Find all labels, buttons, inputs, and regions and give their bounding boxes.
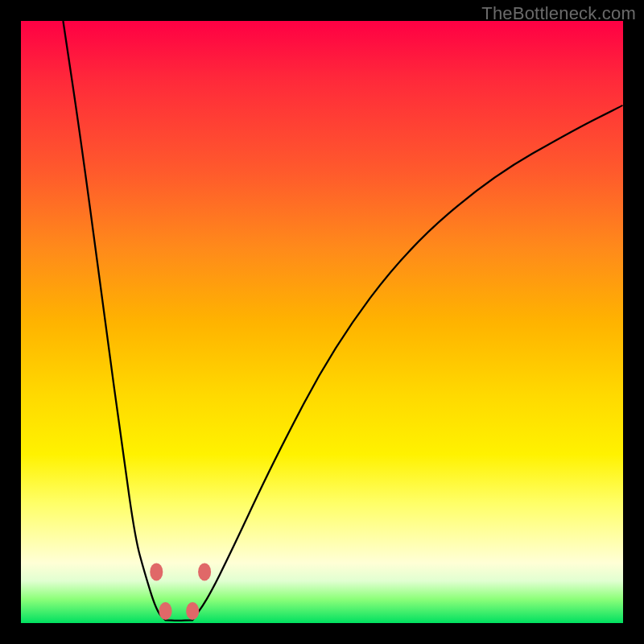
curve-beads — [150, 563, 211, 620]
bottleneck-curve — [21, 21, 623, 623]
curve-bead — [198, 563, 211, 580]
watermark-text: TheBottleneck.com — [481, 3, 636, 24]
curve-path — [63, 21, 623, 621]
curve-bead — [150, 563, 163, 580]
curve-bead — [159, 602, 172, 620]
chart-plot-area — [21, 21, 623, 623]
curve-bead — [186, 602, 199, 620]
